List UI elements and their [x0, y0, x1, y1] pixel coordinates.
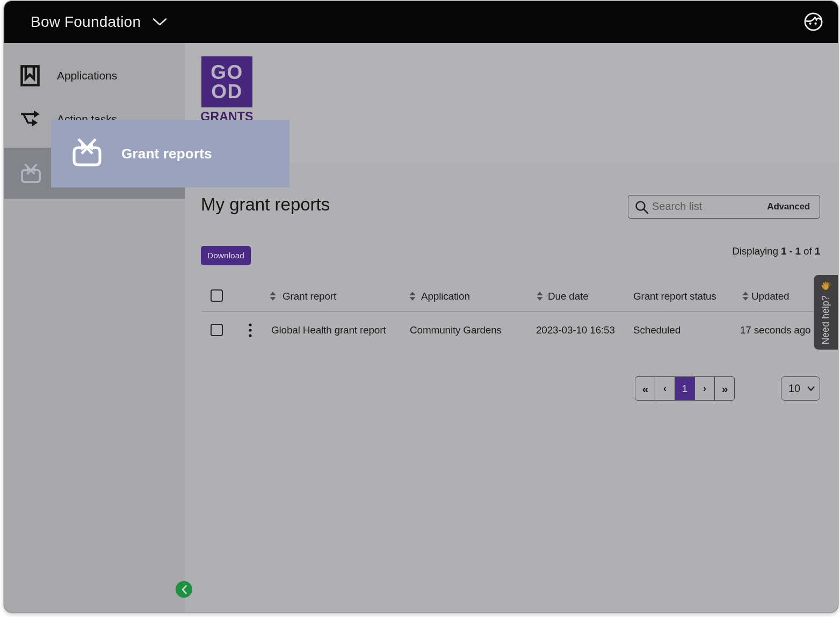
cell-due-date: 2023-03-10 16:53	[536, 324, 615, 336]
advanced-search-button[interactable]: Advanced	[767, 195, 810, 217]
cell-application: Community Gardens	[410, 324, 502, 336]
chevron-down-icon	[153, 18, 167, 26]
grant-report-icon	[20, 164, 41, 183]
sidebar-collapse-button[interactable]	[176, 581, 192, 598]
next-page-button[interactable]: ›	[694, 377, 714, 400]
column-header-due-date[interactable]: Due date	[548, 291, 589, 302]
bookmark-icon	[20, 65, 40, 86]
main-content	[185, 163, 838, 612]
sidebar-item-applications[interactable]: Applications	[4, 54, 185, 97]
need-help-label: Need help?	[820, 295, 831, 345]
sort-icon[interactable]	[742, 292, 749, 301]
chevron-left-icon	[181, 585, 187, 594]
logo-text-od: OD	[211, 82, 243, 101]
good-grants-logo: GO OD	[201, 56, 252, 107]
sort-icon[interactable]	[270, 292, 276, 301]
column-header-status[interactable]: Grant report status	[633, 291, 716, 302]
grant-reports-flyout[interactable]: Grant reports	[51, 120, 289, 187]
cell-updated: 17 seconds ago	[740, 324, 810, 336]
column-header-application[interactable]: Application	[421, 291, 470, 302]
org-switcher[interactable]: Bow Foundation	[31, 1, 167, 43]
row-actions-kebab-icon[interactable]	[246, 323, 255, 337]
column-header-updated[interactable]: Updated	[751, 291, 789, 302]
forward-arrows-icon	[20, 110, 41, 129]
prev-page-button[interactable]: ‹	[655, 377, 675, 400]
download-button[interactable]: Download	[201, 246, 251, 265]
sidebar-item-label: Applications	[57, 69, 117, 82]
waving-hand-icon	[820, 281, 832, 293]
cell-grant-report[interactable]: Global Health grant report	[271, 324, 386, 336]
table-header-divider	[201, 311, 837, 312]
sort-icon[interactable]	[537, 292, 543, 301]
search-input[interactable]	[652, 197, 770, 216]
search-box: Advanced	[628, 195, 820, 219]
page-size-select[interactable]: 10	[781, 376, 820, 401]
page-size-value: 10	[788, 382, 800, 395]
need-help-tab[interactable]: Need help?	[814, 275, 838, 350]
account-avatar-icon[interactable]	[803, 12, 823, 32]
sort-icon[interactable]	[409, 292, 416, 301]
last-page-button[interactable]: »	[714, 377, 734, 400]
org-name: Bow Foundation	[31, 13, 141, 31]
flyout-label: Grant reports	[121, 146, 212, 162]
app-window: Bow Foundation Applications	[4, 1, 838, 612]
grant-report-icon	[72, 139, 102, 166]
topbar: Bow Foundation	[4, 1, 838, 43]
displaying-count: Displaying 1 - 1 of 1	[732, 245, 820, 257]
select-all-checkbox[interactable]	[211, 289, 223, 302]
search-icon	[635, 200, 649, 214]
logo-text-go: GO	[211, 63, 243, 82]
cell-status: Scheduled	[633, 324, 680, 336]
column-header-grant-report[interactable]: Grant report	[283, 291, 336, 302]
first-page-button[interactable]: «	[635, 377, 655, 400]
current-page-button[interactable]: 1	[675, 377, 694, 400]
chevron-down-icon	[807, 386, 815, 391]
pagination: « ‹ 1 › »	[635, 376, 735, 401]
row-checkbox[interactable]	[211, 324, 223, 336]
page-title: My grant reports	[201, 194, 330, 215]
